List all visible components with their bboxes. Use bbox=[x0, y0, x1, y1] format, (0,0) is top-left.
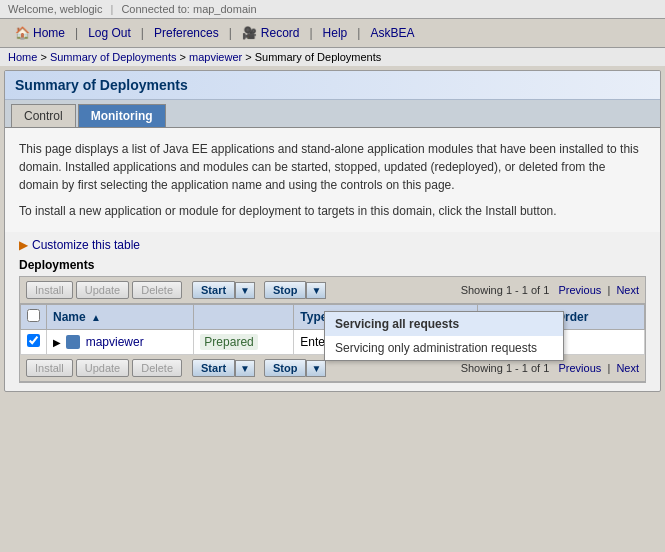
showing-text-bottom: Showing 1 - 1 of 1 Previous | Next bbox=[461, 362, 639, 374]
delete-button-bottom[interactable]: Delete bbox=[132, 359, 182, 377]
row-checkbox[interactable] bbox=[27, 334, 40, 347]
description-text-2: To install a new application or module f… bbox=[19, 202, 646, 220]
install-button-bottom[interactable]: Install bbox=[26, 359, 73, 377]
expand-icon[interactable]: ▶ bbox=[53, 337, 61, 348]
stop-dropdown-menu: Servicing all requests Servicing only ad… bbox=[324, 311, 564, 361]
description-area: This page displays a list of Java EE app… bbox=[5, 128, 660, 232]
tab-monitoring[interactable]: Monitoring bbox=[78, 104, 166, 127]
stop-button[interactable]: Stop bbox=[264, 281, 306, 299]
preferences-nav[interactable]: Preferences bbox=[148, 23, 225, 43]
start-button-group: Start ▼ bbox=[192, 281, 255, 299]
start-button[interactable]: Start bbox=[192, 281, 235, 299]
select-all-checkbox[interactable] bbox=[27, 309, 40, 322]
app-icon bbox=[66, 335, 80, 349]
logout-nav[interactable]: Log Out bbox=[82, 23, 137, 43]
dropdown-item-all-requests[interactable]: Servicing all requests bbox=[325, 312, 563, 336]
stop-button-bottom[interactable]: Stop bbox=[264, 359, 306, 377]
next-link-bottom[interactable]: Next bbox=[616, 362, 639, 374]
start-split-button-bottom[interactable]: ▼ bbox=[235, 360, 255, 377]
record-icon: 🎥 bbox=[242, 26, 258, 40]
start-button-bottom[interactable]: Start bbox=[192, 359, 235, 377]
tab-control[interactable]: Control bbox=[11, 104, 76, 127]
top-bar: Welcome, weblogic | Connected to: map_do… bbox=[0, 0, 665, 19]
delete-button[interactable]: Delete bbox=[132, 281, 182, 299]
tabs-bar: Control Monitoring bbox=[5, 100, 660, 128]
description-text-1: This page displays a list of Java EE app… bbox=[19, 140, 646, 194]
deployments-title: Deployments bbox=[19, 258, 646, 272]
customize-link[interactable]: ▶ Customize this table bbox=[5, 232, 660, 258]
page-title: Summary of Deployments bbox=[5, 71, 660, 100]
home-icon: 🏠 bbox=[14, 26, 30, 40]
content-area: Summary of Deployments Control Monitorin… bbox=[4, 70, 661, 392]
breadcrumb-mapviewer[interactable]: mapviewer bbox=[189, 51, 242, 63]
stop-split-button[interactable]: ▼ bbox=[306, 282, 326, 299]
row-status-cell: Prepared bbox=[194, 330, 294, 355]
askbea-nav[interactable]: AskBEA bbox=[364, 23, 420, 43]
home-nav[interactable]: 🏠 Home bbox=[8, 23, 71, 43]
connected-text: Connected to: map_domain bbox=[121, 3, 256, 15]
top-toolbar: Install Update Delete Start ▼ bbox=[20, 277, 645, 304]
record-nav[interactable]: 🎥 Record bbox=[236, 23, 306, 43]
status-badge: Prepared bbox=[200, 334, 257, 350]
breadcrumb: Home > Summary of Deployments > mapviewe… bbox=[0, 48, 665, 66]
breadcrumb-home[interactable]: Home bbox=[8, 51, 37, 63]
update-button[interactable]: Update bbox=[76, 281, 129, 299]
welcome-text: Welcome, weblogic bbox=[8, 3, 103, 15]
row-checkbox-cell bbox=[21, 330, 47, 355]
dropdown-item-admin-requests[interactable]: Servicing only administration requests bbox=[325, 336, 563, 360]
help-nav[interactable]: Help bbox=[317, 23, 354, 43]
deployments-table-wrapper: Install Update Delete Start ▼ bbox=[19, 276, 646, 383]
deployments-section: Deployments Install Update Delete Start bbox=[5, 258, 660, 391]
next-link-top[interactable]: Next bbox=[616, 284, 639, 296]
start-split-button[interactable]: ▼ bbox=[235, 282, 255, 299]
col-header-checkbox bbox=[21, 305, 47, 330]
previous-link-top[interactable]: Previous bbox=[558, 284, 601, 296]
stop-button-group: Stop ▼ bbox=[264, 281, 326, 299]
previous-link-bottom[interactable]: Previous bbox=[558, 362, 601, 374]
showing-text-top: Showing 1 - 1 of 1 Previous | Next bbox=[461, 284, 639, 296]
app-link[interactable]: mapviewer bbox=[86, 335, 144, 349]
col-header-status bbox=[194, 305, 294, 330]
nav-bar: 🏠 Home | Log Out | Preferences | 🎥 Recor… bbox=[0, 19, 665, 48]
triangle-icon: ▶ bbox=[19, 238, 28, 252]
sort-icon-name: ▲ bbox=[91, 312, 101, 323]
breadcrumb-summary-deployments[interactable]: Summary of Deployments bbox=[50, 51, 177, 63]
stop-button-group-bottom: Stop ▼ bbox=[264, 359, 326, 377]
col-header-name: Name ▲ bbox=[47, 305, 194, 330]
row-name-cell: ▶ mapviewer bbox=[47, 330, 194, 355]
stop-split-button-bottom[interactable]: ▼ bbox=[306, 360, 326, 377]
install-button[interactable]: Install bbox=[26, 281, 73, 299]
start-button-group-bottom: Start ▼ bbox=[192, 359, 255, 377]
update-button-bottom[interactable]: Update bbox=[76, 359, 129, 377]
breadcrumb-current: Summary of Deployments bbox=[255, 51, 382, 63]
